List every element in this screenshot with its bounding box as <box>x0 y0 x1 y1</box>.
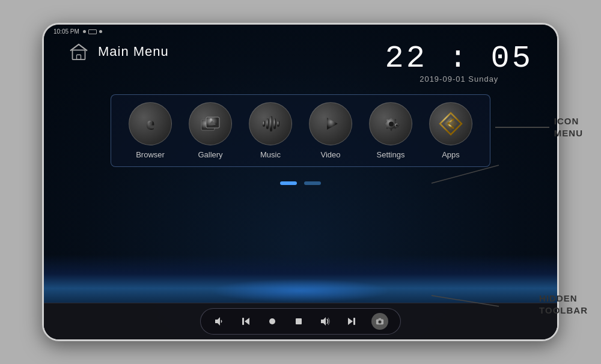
menu-item-browser[interactable]: e Browser <box>123 102 177 159</box>
svg-marker-20 <box>215 317 220 326</box>
record-button[interactable] <box>266 315 279 328</box>
svg-marker-25 <box>321 317 326 326</box>
icon-menu-container: e Browser <box>44 83 557 255</box>
main-menu-section: Main Menu <box>68 43 169 60</box>
svg-rect-11 <box>277 121 279 127</box>
pagination <box>280 181 321 185</box>
svg-rect-27 <box>353 318 355 325</box>
settings-label: Settings <box>377 150 405 159</box>
volume-up-icon <box>320 316 331 327</box>
browser-icon: e <box>137 111 163 137</box>
clock-section: 22 : 05 2019-09-01 Sunday <box>385 43 533 83</box>
volume-up-button[interactable] <box>319 315 332 328</box>
next-icon <box>347 317 356 326</box>
svg-rect-7 <box>263 121 265 127</box>
record-icon <box>267 317 277 326</box>
svg-marker-12 <box>327 118 338 130</box>
video-label: Video <box>320 150 340 159</box>
svg-rect-1 <box>77 55 81 59</box>
menu-item-music[interactable]: Music <box>243 102 297 159</box>
settings-icon <box>376 109 405 138</box>
stop-icon <box>294 317 304 326</box>
battery-icon <box>88 29 97 34</box>
svg-point-13 <box>389 121 394 126</box>
toolbar-inner <box>200 308 401 335</box>
video-icon-circle <box>309 102 352 145</box>
svg-point-6 <box>210 118 212 121</box>
gallery-label: Gallery <box>198 150 222 159</box>
menu-item-apps[interactable]: Apps <box>424 102 478 159</box>
signal-icon <box>99 30 102 33</box>
status-icons <box>83 29 102 34</box>
camera-icon <box>376 317 384 326</box>
icon-menu-annotation-text: ICONMENU <box>554 115 583 139</box>
music-label: Music <box>260 150 281 159</box>
svg-marker-16 <box>444 117 457 130</box>
svg-text:e: e <box>146 112 154 134</box>
svg-rect-10 <box>273 118 276 129</box>
browser-icon-circle: e <box>129 102 172 145</box>
hidden-toolbar <box>44 303 557 339</box>
music-icon-circle <box>249 102 292 145</box>
screen: 10:05 PM Main Menu <box>44 25 557 339</box>
menu-item-video[interactable]: Video <box>304 102 358 159</box>
gallery-icon-circle <box>189 102 232 145</box>
wifi-icon <box>83 30 86 33</box>
header: Main Menu 22 : 05 2019-09-01 Sunday <box>44 38 557 83</box>
stop-button[interactable] <box>292 315 305 328</box>
volume-down-button[interactable] <box>213 315 226 328</box>
prev-icon <box>241 317 251 326</box>
camera-button[interactable] <box>371 313 388 330</box>
browser-label: Browser <box>136 150 165 159</box>
svg-rect-22 <box>242 318 244 325</box>
menu-item-gallery[interactable]: Gallery <box>183 102 237 159</box>
icon-menu-annotation: ICONMENU <box>549 115 583 139</box>
settings-icon-circle <box>369 102 412 145</box>
clock-time: 22 : 05 <box>385 43 533 74</box>
hidden-toolbar-annotation-text: HIDDENTOOLBAR <box>539 293 588 316</box>
svg-marker-26 <box>348 318 353 325</box>
svg-point-23 <box>269 318 275 324</box>
volume-down-icon <box>214 316 225 327</box>
svg-point-14 <box>396 124 398 126</box>
home-icon <box>68 43 90 60</box>
icon-menu: e Browser <box>111 94 490 167</box>
svg-marker-31 <box>378 318 381 320</box>
svg-marker-21 <box>245 318 249 325</box>
svg-rect-24 <box>296 318 302 324</box>
svg-rect-8 <box>266 118 269 129</box>
gallery-icon <box>197 110 224 138</box>
apps-icon <box>437 110 465 138</box>
svg-point-30 <box>379 321 381 323</box>
svg-rect-9 <box>270 116 272 132</box>
video-icon <box>317 110 344 138</box>
next-button[interactable] <box>345 315 358 328</box>
hidden-toolbar-annotation: HIDDENTOOLBAR <box>534 293 588 316</box>
prev-button[interactable] <box>239 315 252 328</box>
menu-item-settings[interactable]: Settings <box>364 102 418 159</box>
music-icon <box>257 110 284 138</box>
pagination-dot-2[interactable] <box>304 181 321 185</box>
main-menu-label: Main Menu <box>98 44 169 59</box>
status-time: 10:05 PM <box>53 28 79 35</box>
apps-icon-circle <box>429 102 472 145</box>
apps-label: Apps <box>442 150 460 159</box>
shelf <box>44 255 557 303</box>
pagination-dot-1[interactable] <box>280 181 297 185</box>
device-frame: 10:05 PM Main Menu <box>42 23 559 341</box>
status-bar: 10:05 PM <box>44 25 557 38</box>
